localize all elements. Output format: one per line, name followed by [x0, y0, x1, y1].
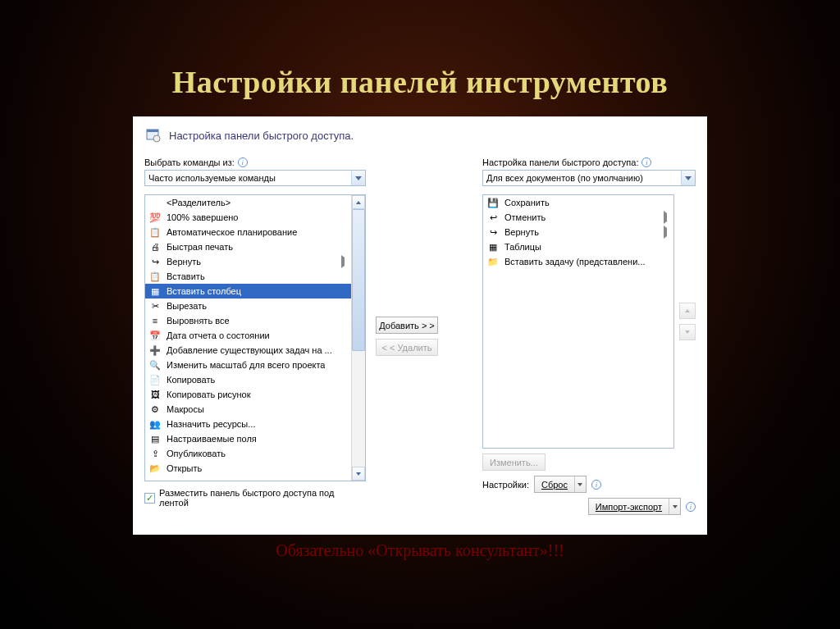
show-below-ribbon-checkbox[interactable]: ✓ Разместить панель быстрого доступа под… [144, 488, 366, 508]
customize-qat-label: Настройка панели быстрого доступа: i [482, 157, 696, 167]
tables-icon: ▦ [486, 240, 500, 253]
scroll-track[interactable] [352, 209, 365, 467]
list-item[interactable]: 👥Назначить ресурсы... [145, 417, 351, 431]
publish-icon: ⇪ [148, 447, 162, 460]
list-item[interactable]: 💾Сохранить [483, 195, 673, 210]
item-label: Вырезать [167, 301, 207, 311]
list-item[interactable]: ▦Таблицы [483, 239, 673, 254]
list-item[interactable]: 📋Автоматическое планирование [145, 225, 351, 239]
item-label: Отменить [504, 212, 546, 222]
modify-button[interactable]: Изменить... [482, 454, 546, 471]
qat-listbox[interactable]: 💾Сохранить↩Отменить↪Вернуть▦Таблицы📁Вста… [482, 194, 674, 449]
dropdown-arrow-icon [351, 171, 365, 185]
quick-access-customize-panel: Настройка панели быстрого доступа. Выбра… [133, 116, 707, 535]
item-label: Изменить масштаб для всего проекта [167, 360, 325, 370]
info-icon[interactable]: i [686, 502, 696, 512]
list-item[interactable]: 📄Копировать [145, 372, 351, 387]
item-label: Опубликовать [167, 449, 226, 458]
move-down-button[interactable] [679, 324, 696, 340]
add-task-icon: ➕ [148, 344, 162, 357]
dropdown-value: Для всех документов (по умолчанию) [486, 173, 643, 183]
list-item[interactable]: ≡Выровнять все [145, 313, 351, 328]
assign-icon: 👥 [148, 417, 162, 431]
undo-icon: ↩ [486, 211, 500, 224]
list-item[interactable]: ↩Отменить [483, 210, 673, 225]
slide-title: Настройки панелей инструментов [0, 0, 840, 116]
chevron-down-icon [669, 499, 680, 514]
info-icon[interactable]: i [238, 157, 248, 167]
remove-button[interactable]: < < Удалить [376, 339, 438, 356]
list-item[interactable]: ▦Вставить столбец [145, 284, 351, 299]
list-item[interactable]: 🖨Быстрая печать [145, 239, 351, 254]
list-item[interactable]: ✂Вырезать [145, 299, 351, 313]
item-label: Макросы [167, 404, 204, 414]
list-item[interactable]: ↪Вернуть [483, 225, 673, 239]
list-item[interactable]: ➕Добавление существующих задач на ... [145, 343, 351, 358]
item-label: Копировать [167, 375, 215, 385]
scroll-thumb[interactable] [352, 209, 365, 351]
info-icon[interactable]: i [641, 157, 651, 167]
svg-rect-1 [147, 130, 158, 132]
list-item[interactable]: ⇪Опубликовать [145, 446, 351, 461]
flyout-indicator-icon [341, 258, 348, 266]
add-button[interactable]: Добавить > > [376, 317, 438, 334]
paste-icon: 📋 [148, 270, 162, 283]
svg-point-2 [153, 135, 160, 142]
item-label: Таблицы [504, 242, 541, 252]
insert-task-icon: 📁 [486, 255, 500, 268]
item-label: <Разделитель> [167, 198, 231, 207]
item-label: Копировать рисунок [167, 390, 251, 399]
copy-icon: 📄 [148, 373, 162, 386]
scroll-up-button[interactable] [352, 195, 365, 209]
list-item[interactable]: ▤Настраиваемые поля [145, 431, 351, 446]
separator-icon [148, 196, 162, 209]
reorder-buttons [679, 194, 696, 449]
list-item[interactable]: 📋Вставить [145, 269, 351, 284]
slide-footer-note: Обязательно «Открывать консультант»!!! [0, 541, 840, 560]
item-label: Вставить столбец [167, 286, 241, 296]
list-item[interactable]: 📂Открыть [145, 461, 351, 476]
redo-icon: ↪ [148, 255, 162, 268]
item-label: Автоматическое планирование [167, 227, 297, 237]
flyout-indicator-icon [664, 228, 670, 236]
list-item[interactable]: <Разделитель> [145, 195, 351, 210]
item-label: Вставить задачу (представлени... [504, 257, 646, 267]
middle-buttons: Добавить > > < < Удалить [372, 157, 441, 515]
insert-column-icon: ▦ [148, 285, 162, 298]
choose-commands-dropdown[interactable]: Часто используемые команды [144, 170, 366, 186]
list-item[interactable]: 💯100% завершено [145, 210, 351, 225]
list-item[interactable]: 🔍Изменить масштаб для всего проекта [145, 358, 351, 372]
item-label: Добавление существующих задач на ... [167, 345, 332, 355]
list-item[interactable]: ↪Вернуть [145, 254, 351, 269]
list-item[interactable]: 🖼Копировать рисунок [145, 387, 351, 402]
list-item[interactable]: ⚙Макросы [145, 402, 351, 417]
print-icon: 🖨 [148, 240, 162, 253]
macros-icon: ⚙ [148, 403, 162, 416]
panel-header-icon [144, 126, 162, 144]
right-column: Настройка панели быстрого доступа: i Для… [482, 157, 696, 515]
scroll-down-button[interactable] [352, 467, 365, 481]
zoom-icon: 🔍 [148, 358, 162, 371]
scrollbar[interactable] [351, 195, 365, 481]
flyout-indicator-icon [664, 213, 670, 221]
cut-icon: ✂ [148, 299, 162, 312]
copy-picture-icon: 🖼 [148, 388, 162, 401]
checkbox-icon: ✓ [144, 493, 155, 504]
save-icon: 💾 [486, 196, 500, 209]
commands-listbox[interactable]: <Разделитель>💯100% завершено📋Автоматичес… [144, 194, 366, 481]
move-up-button[interactable] [679, 303, 696, 319]
info-icon[interactable]: i [591, 480, 601, 490]
customize-scope-dropdown[interactable]: Для всех документов (по умолчанию) [482, 170, 696, 186]
import-export-button[interactable]: Импорт-экспорт [588, 498, 681, 515]
item-label: Выровнять все [167, 316, 230, 326]
align-icon: ≡ [148, 314, 162, 327]
choose-commands-label: Выбрать команды из: i [144, 157, 366, 167]
date-icon: 📅 [148, 329, 162, 342]
checkbox-label: Разместить панель быстрого доступа под л… [159, 488, 366, 508]
item-label: Быстрая печать [167, 242, 233, 252]
list-item[interactable]: 📅Дата отчета о состоянии [145, 328, 351, 343]
item-label: 100% завершено [167, 212, 238, 222]
item-label: Назначить ресурсы... [167, 419, 255, 429]
reset-button[interactable]: Сброс [534, 476, 587, 493]
list-item[interactable]: 📁Вставить задачу (представлени... [483, 254, 673, 269]
